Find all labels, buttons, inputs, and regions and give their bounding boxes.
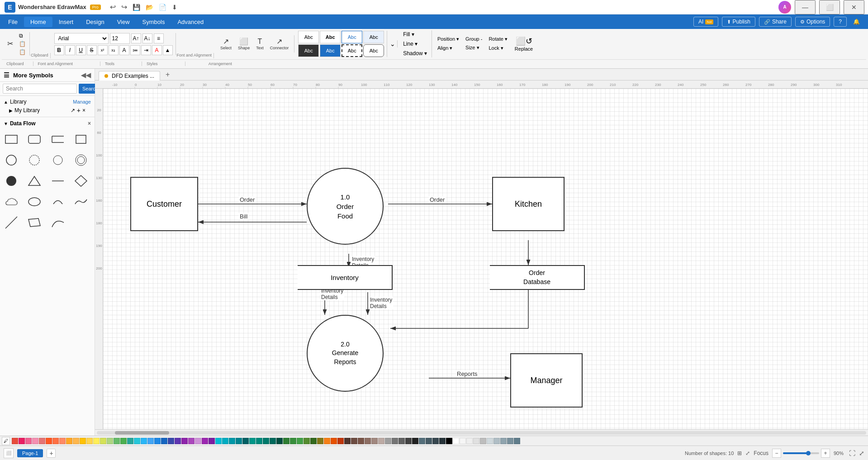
italic-button[interactable]: I	[65, 45, 75, 55]
color-swatch-17[interactable]	[127, 438, 133, 444]
profile-avatar[interactable]: A	[778, 1, 791, 14]
color-swatch-34[interactable]	[242, 438, 249, 444]
shape-item-cloud[interactable]	[2, 192, 21, 211]
fit-page-button[interactable]: ⤢	[745, 450, 750, 456]
color-swatch-30[interactable]	[215, 438, 222, 444]
inventory-store-node[interactable]: Inventory	[298, 265, 393, 290]
expand-button[interactable]: ⤢	[859, 450, 864, 457]
color-swatch-24[interactable]	[175, 438, 181, 444]
color-swatch-72[interactable]	[500, 438, 507, 444]
search-input[interactable]	[3, 84, 77, 94]
color-swatch-16[interactable]	[120, 438, 127, 444]
subscript-button[interactable]: x₂	[109, 45, 119, 55]
fullscreen-button[interactable]: ⛶	[849, 450, 855, 457]
shape-item-line[interactable]	[48, 171, 67, 190]
color-swatch-14[interactable]	[107, 438, 113, 444]
color-swatch-31[interactable]	[222, 438, 228, 444]
help-button[interactable]: ?	[834, 17, 847, 27]
color-swatch-50[interactable]	[351, 438, 357, 444]
notification-button[interactable]: 🔔	[850, 17, 863, 26]
color-swatch-7[interactable]	[59, 438, 66, 444]
font-increase-button[interactable]: A↑	[131, 33, 141, 43]
color-swatch-28[interactable]	[202, 438, 208, 444]
style-swatch-7[interactable]: Abc	[342, 44, 362, 57]
color-swatch-6[interactable]	[52, 438, 59, 444]
data-flow-expand-icon[interactable]: ▼	[4, 121, 8, 126]
color-swatch-9[interactable]	[73, 438, 79, 444]
text-tool-button[interactable]: T Text	[253, 35, 266, 52]
scroll-thumb[interactable]	[115, 431, 169, 435]
diagram-canvas[interactable]: Order Order Bill InventoryDetails Invent…	[103, 89, 868, 429]
underline-button[interactable]: U	[76, 45, 86, 55]
color-swatch-15[interactable]	[114, 438, 120, 444]
shape-item-circle-filled[interactable]	[2, 151, 21, 170]
shadow-button[interactable]: Shadow ▾	[401, 49, 429, 57]
shape-item-diagonal[interactable]	[2, 213, 21, 232]
color-swatch-4[interactable]	[39, 438, 45, 444]
color-swatch-71[interactable]	[493, 438, 500, 444]
bold-button[interactable]: B	[54, 45, 64, 55]
color-swatch-58[interactable]	[405, 438, 412, 444]
shape-item-ellipse[interactable]	[25, 192, 44, 211]
color-swatch-5[interactable]	[46, 438, 52, 444]
save-button[interactable]: 💾	[131, 2, 142, 12]
style-swatch-5[interactable]: Abc	[298, 44, 319, 57]
menu-item-file[interactable]: File	[2, 17, 24, 27]
color-swatch-23[interactable]	[168, 438, 174, 444]
new-button[interactable]: 📄	[157, 2, 168, 12]
zoom-in-button[interactable]: +	[821, 449, 830, 458]
size-button[interactable]: Size ▾	[464, 44, 484, 52]
color-swatch-67[interactable]	[466, 438, 473, 444]
zoom-slider[interactable]	[783, 452, 819, 454]
tab-dfd-examples[interactable]: DFD Examples ...	[99, 71, 160, 81]
color-swatch-45[interactable]	[317, 438, 323, 444]
menu-item-symbols[interactable]: Symbols	[136, 17, 171, 27]
library-expand-icon[interactable]: ▲	[4, 100, 8, 104]
menu-item-design[interactable]: Design	[80, 17, 110, 27]
style-swatch-6[interactable]: Abc	[320, 44, 341, 57]
shape-item-wave[interactable]	[71, 192, 90, 211]
superscript-button[interactable]: x²	[98, 45, 108, 55]
color-swatch-13[interactable]	[100, 438, 106, 444]
color-swatch-65[interactable]	[453, 438, 459, 444]
add-page-button[interactable]: +	[47, 449, 56, 458]
color-swatch-39[interactable]	[276, 438, 283, 444]
horizontal-scrollbar[interactable]	[95, 429, 868, 436]
add-tab-button[interactable]: +	[164, 71, 171, 79]
publish-button[interactable]: ⬆ Publish	[722, 17, 755, 27]
color-swatch-21[interactable]	[154, 438, 161, 444]
shape-tool-button[interactable]: ⬜ Shape	[235, 35, 252, 52]
color-swatch-56[interactable]	[392, 438, 398, 444]
shape-item-diamond[interactable]	[71, 171, 90, 190]
connector-tool-button[interactable]: ↗ Connector	[267, 35, 292, 52]
kitchen-node[interactable]: Kitchen	[492, 177, 564, 231]
rotate-button[interactable]: Rotate ▾	[487, 35, 509, 43]
panel-collapse-button[interactable]: ◀◀	[81, 71, 91, 79]
color-swatch-19[interactable]	[141, 438, 147, 444]
color-swatch-26[interactable]	[188, 438, 194, 444]
view-mode-button[interactable]: ⬜	[4, 448, 14, 458]
strikethrough-button[interactable]: S	[87, 45, 97, 55]
color-swatch-1[interactable]	[19, 438, 25, 444]
open-button[interactable]: 📂	[144, 2, 155, 12]
color-swatch-27[interactable]	[195, 438, 201, 444]
fill-button[interactable]: Fill ▾	[401, 30, 429, 38]
page-tab-1[interactable]: Page-1	[17, 449, 43, 457]
color-swatch-64[interactable]	[446, 438, 452, 444]
line-button[interactable]: Line ▾	[401, 40, 429, 48]
bullet-button[interactable]: ≔	[130, 45, 140, 55]
styles-expand-button[interactable]: ⌄	[388, 40, 398, 47]
color-swatch-11[interactable]	[86, 438, 93, 444]
color-swatch-70[interactable]	[487, 438, 493, 444]
color-swatch-35[interactable]	[249, 438, 256, 444]
color-swatch-38[interactable]	[270, 438, 276, 444]
manage-link[interactable]: Manage	[73, 99, 91, 104]
color-swatch-33[interactable]	[236, 438, 242, 444]
fill-color-button[interactable]: ▲	[163, 45, 173, 55]
color-swatch-46[interactable]	[324, 438, 330, 444]
my-library-add-icon[interactable]: +	[77, 107, 81, 114]
color-swatch-47[interactable]	[331, 438, 337, 444]
shape-item-triangle[interactable]	[25, 171, 44, 190]
color-swatch-55[interactable]	[385, 438, 391, 444]
decrease-font-button[interactable]: A	[119, 45, 129, 55]
